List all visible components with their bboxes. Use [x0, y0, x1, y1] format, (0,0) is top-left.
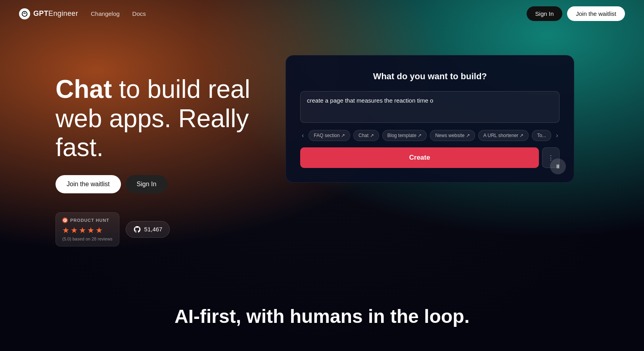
signin-button-nav[interactable]: Sign In [527, 6, 563, 21]
chip-faq-label: FAQ section ↗ [314, 133, 345, 138]
star-4: ★ [87, 225, 94, 235]
chip-url-label: A URL shortener ↗ [483, 133, 524, 138]
github-badge[interactable]: 51,467 [126, 221, 170, 238]
hero-title: Chat to build real web apps. Really fast… [56, 75, 262, 162]
demo-card-title: What do you want to build? [300, 71, 560, 82]
logo-text: GPTEngineer [33, 10, 78, 18]
ph-label: PRODUCT HUNT [70, 218, 109, 223]
star-3: ★ [79, 225, 86, 235]
svg-point-0 [22, 11, 27, 16]
chip-chat[interactable]: Chat ↗ [353, 130, 379, 141]
ph-header: PRODUCT HUNT [62, 217, 113, 223]
pause-button[interactable]: ⏸ [550, 158, 566, 174]
ph-reviews: (5.0) based on 28 reviews [62, 237, 113, 241]
create-row: Create ⋮ [300, 147, 560, 168]
hero-section: Chat to build real web apps. Really fast… [0, 27, 644, 246]
waitlist-button-nav[interactable]: Join the waitlist [567, 6, 625, 21]
create-button[interactable]: Create [300, 147, 539, 168]
pause-icon: ⏸ [555, 163, 561, 170]
chip-more-label: To... [537, 133, 546, 138]
logo[interactable]: GPTEngineer [19, 8, 78, 19]
nav-left: GPTEngineer Changelog Docs [19, 8, 146, 19]
chips-right-arrow[interactable]: › [554, 130, 560, 141]
prompt-textarea[interactable]: create a page that measures the reaction… [300, 91, 560, 123]
chip-url[interactable]: A URL shortener ↗ [478, 130, 529, 141]
nav-link-docs[interactable]: Docs [132, 10, 146, 17]
nav-right: Sign In Join the waitlist [527, 6, 625, 21]
tagline-text: AI-first, with humans in the loop. [174, 306, 470, 327]
chip-blog-label: Blog template ↗ [387, 133, 422, 138]
ph-icon [62, 217, 68, 223]
chips-left-arrow[interactable]: ‹ [300, 130, 305, 141]
navigation: GPTEngineer Changelog Docs Sign In Join … [0, 0, 644, 27]
waitlist-button-hero[interactable]: Join the waitlist [56, 175, 121, 193]
signin-button-hero[interactable]: Sign In [126, 175, 168, 193]
bottom-tagline: AI-first, with humans in the loop. [0, 305, 644, 327]
star-2: ★ [71, 225, 78, 235]
chip-chat-label: Chat ↗ [358, 133, 374, 138]
stars: ★ ★ ★ ★ ★ [62, 225, 113, 235]
chip-news-label: News website ↗ [435, 133, 470, 138]
github-icon [133, 225, 141, 233]
chip-faq[interactable]: FAQ section ↗ [309, 130, 350, 141]
hero-title-bold: Chat [56, 75, 112, 103]
chip-more[interactable]: To... [532, 130, 551, 141]
product-hunt-badge: PRODUCT HUNT ★ ★ ★ ★ ★ (5.0) based on 28… [56, 212, 119, 246]
suggestion-chips: ‹ FAQ section ↗ Chat ↗ Blog template ↗ N… [300, 130, 560, 141]
github-stars: 51,467 [144, 226, 163, 233]
star-1: ★ [62, 225, 69, 235]
star-5: ★ [96, 225, 103, 235]
nav-link-changelog[interactable]: Changelog [91, 10, 120, 17]
hero-left: Chat to build real web apps. Really fast… [56, 59, 262, 246]
logo-icon [19, 8, 30, 19]
chips-row: FAQ section ↗ Chat ↗ Blog template ↗ New… [309, 130, 551, 141]
svg-point-3 [65, 219, 66, 220]
chip-news[interactable]: News website ↗ [430, 130, 475, 141]
chip-blog[interactable]: Blog template ↗ [382, 130, 427, 141]
demo-card: What do you want to build? create a page… [286, 55, 574, 183]
social-proof: PRODUCT HUNT ★ ★ ★ ★ ★ (5.0) based on 28… [56, 212, 262, 246]
hero-buttons: Join the waitlist Sign In [56, 175, 262, 193]
